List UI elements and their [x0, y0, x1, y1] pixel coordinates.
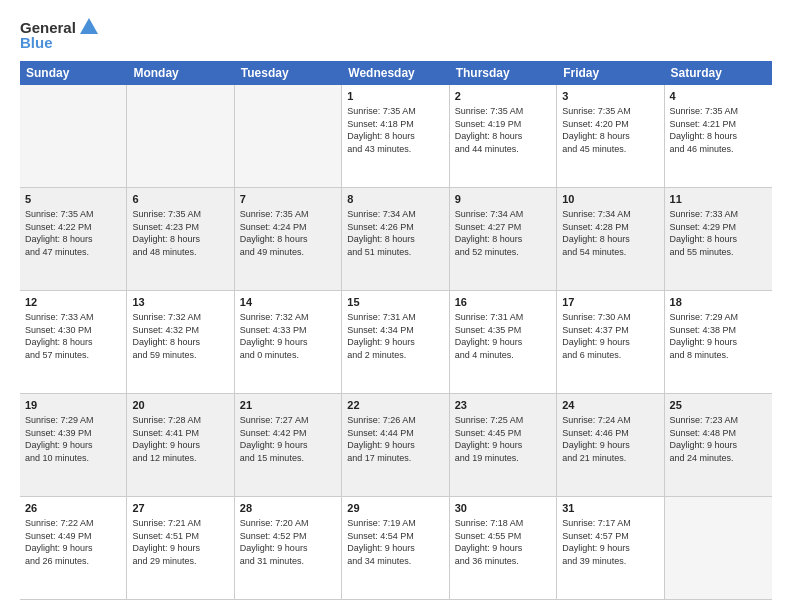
calendar-cell: 28Sunrise: 7:20 AM Sunset: 4:52 PM Dayli… — [235, 497, 342, 599]
day-number: 10 — [562, 192, 658, 207]
calendar-cell: 13Sunrise: 7:32 AM Sunset: 4:32 PM Dayli… — [127, 291, 234, 393]
calendar-week-row: 12Sunrise: 7:33 AM Sunset: 4:30 PM Dayli… — [20, 291, 772, 394]
day-info: Sunrise: 7:30 AM Sunset: 4:37 PM Dayligh… — [562, 312, 631, 360]
logo-icon — [78, 16, 100, 38]
calendar-cell: 7Sunrise: 7:35 AM Sunset: 4:24 PM Daylig… — [235, 188, 342, 290]
calendar-cell: 21Sunrise: 7:27 AM Sunset: 4:42 PM Dayli… — [235, 394, 342, 496]
weekday-header: Saturday — [665, 61, 772, 85]
day-number: 27 — [132, 501, 228, 516]
day-number: 12 — [25, 295, 121, 310]
calendar-cell: 24Sunrise: 7:24 AM Sunset: 4:46 PM Dayli… — [557, 394, 664, 496]
calendar-cell: 18Sunrise: 7:29 AM Sunset: 4:38 PM Dayli… — [665, 291, 772, 393]
day-number: 9 — [455, 192, 551, 207]
calendar-cell: 12Sunrise: 7:33 AM Sunset: 4:30 PM Dayli… — [20, 291, 127, 393]
day-info: Sunrise: 7:24 AM Sunset: 4:46 PM Dayligh… — [562, 415, 631, 463]
day-info: Sunrise: 7:33 AM Sunset: 4:30 PM Dayligh… — [25, 312, 94, 360]
day-info: Sunrise: 7:35 AM Sunset: 4:20 PM Dayligh… — [562, 106, 631, 154]
calendar-body: 1Sunrise: 7:35 AM Sunset: 4:18 PM Daylig… — [20, 85, 772, 600]
calendar: SundayMondayTuesdayWednesdayThursdayFrid… — [20, 61, 772, 600]
calendar-cell: 8Sunrise: 7:34 AM Sunset: 4:26 PM Daylig… — [342, 188, 449, 290]
day-number: 4 — [670, 89, 767, 104]
logo-blue: Blue — [20, 34, 53, 51]
weekday-header: Thursday — [450, 61, 557, 85]
day-info: Sunrise: 7:21 AM Sunset: 4:51 PM Dayligh… — [132, 518, 201, 566]
day-info: Sunrise: 7:26 AM Sunset: 4:44 PM Dayligh… — [347, 415, 416, 463]
weekday-header: Tuesday — [235, 61, 342, 85]
calendar-cell: 2Sunrise: 7:35 AM Sunset: 4:19 PM Daylig… — [450, 85, 557, 187]
calendar-cell: 6Sunrise: 7:35 AM Sunset: 4:23 PM Daylig… — [127, 188, 234, 290]
calendar-cell: 20Sunrise: 7:28 AM Sunset: 4:41 PM Dayli… — [127, 394, 234, 496]
day-number: 8 — [347, 192, 443, 207]
calendar-cell — [235, 85, 342, 187]
day-info: Sunrise: 7:35 AM Sunset: 4:19 PM Dayligh… — [455, 106, 524, 154]
calendar-week-row: 5Sunrise: 7:35 AM Sunset: 4:22 PM Daylig… — [20, 188, 772, 291]
weekday-header: Sunday — [20, 61, 127, 85]
day-info: Sunrise: 7:28 AM Sunset: 4:41 PM Dayligh… — [132, 415, 201, 463]
calendar-cell: 14Sunrise: 7:32 AM Sunset: 4:33 PM Dayli… — [235, 291, 342, 393]
day-number: 15 — [347, 295, 443, 310]
calendar-cell — [127, 85, 234, 187]
calendar-cell: 3Sunrise: 7:35 AM Sunset: 4:20 PM Daylig… — [557, 85, 664, 187]
day-info: Sunrise: 7:35 AM Sunset: 4:24 PM Dayligh… — [240, 209, 309, 257]
weekday-header: Friday — [557, 61, 664, 85]
day-info: Sunrise: 7:34 AM Sunset: 4:28 PM Dayligh… — [562, 209, 631, 257]
day-number: 6 — [132, 192, 228, 207]
calendar-cell: 5Sunrise: 7:35 AM Sunset: 4:22 PM Daylig… — [20, 188, 127, 290]
day-number: 30 — [455, 501, 551, 516]
day-number: 17 — [562, 295, 658, 310]
day-info: Sunrise: 7:33 AM Sunset: 4:29 PM Dayligh… — [670, 209, 739, 257]
calendar-cell: 10Sunrise: 7:34 AM Sunset: 4:28 PM Dayli… — [557, 188, 664, 290]
day-number: 16 — [455, 295, 551, 310]
day-number: 5 — [25, 192, 121, 207]
day-number: 11 — [670, 192, 767, 207]
day-number: 1 — [347, 89, 443, 104]
day-number: 31 — [562, 501, 658, 516]
day-info: Sunrise: 7:18 AM Sunset: 4:55 PM Dayligh… — [455, 518, 524, 566]
calendar-cell: 19Sunrise: 7:29 AM Sunset: 4:39 PM Dayli… — [20, 394, 127, 496]
page: General Blue SundayMondayTuesdayWednesda… — [0, 0, 792, 612]
day-number: 22 — [347, 398, 443, 413]
day-number: 20 — [132, 398, 228, 413]
header: General Blue — [20, 16, 772, 51]
day-info: Sunrise: 7:34 AM Sunset: 4:27 PM Dayligh… — [455, 209, 524, 257]
calendar-cell: 22Sunrise: 7:26 AM Sunset: 4:44 PM Dayli… — [342, 394, 449, 496]
calendar-cell: 27Sunrise: 7:21 AM Sunset: 4:51 PM Dayli… — [127, 497, 234, 599]
day-number: 24 — [562, 398, 658, 413]
day-info: Sunrise: 7:31 AM Sunset: 4:34 PM Dayligh… — [347, 312, 416, 360]
calendar-cell: 26Sunrise: 7:22 AM Sunset: 4:49 PM Dayli… — [20, 497, 127, 599]
day-number: 29 — [347, 501, 443, 516]
day-info: Sunrise: 7:17 AM Sunset: 4:57 PM Dayligh… — [562, 518, 631, 566]
day-info: Sunrise: 7:31 AM Sunset: 4:35 PM Dayligh… — [455, 312, 524, 360]
day-number: 18 — [670, 295, 767, 310]
day-number: 14 — [240, 295, 336, 310]
calendar-cell: 17Sunrise: 7:30 AM Sunset: 4:37 PM Dayli… — [557, 291, 664, 393]
day-info: Sunrise: 7:20 AM Sunset: 4:52 PM Dayligh… — [240, 518, 309, 566]
day-info: Sunrise: 7:27 AM Sunset: 4:42 PM Dayligh… — [240, 415, 309, 463]
day-info: Sunrise: 7:32 AM Sunset: 4:32 PM Dayligh… — [132, 312, 201, 360]
day-info: Sunrise: 7:29 AM Sunset: 4:38 PM Dayligh… — [670, 312, 739, 360]
day-number: 7 — [240, 192, 336, 207]
calendar-cell: 15Sunrise: 7:31 AM Sunset: 4:34 PM Dayli… — [342, 291, 449, 393]
calendar-cell: 29Sunrise: 7:19 AM Sunset: 4:54 PM Dayli… — [342, 497, 449, 599]
logo-general: General — [20, 19, 76, 36]
day-number: 19 — [25, 398, 121, 413]
calendar-cell: 4Sunrise: 7:35 AM Sunset: 4:21 PM Daylig… — [665, 85, 772, 187]
calendar-cell: 16Sunrise: 7:31 AM Sunset: 4:35 PM Dayli… — [450, 291, 557, 393]
calendar-cell: 1Sunrise: 7:35 AM Sunset: 4:18 PM Daylig… — [342, 85, 449, 187]
day-info: Sunrise: 7:35 AM Sunset: 4:22 PM Dayligh… — [25, 209, 94, 257]
day-number: 28 — [240, 501, 336, 516]
day-number: 21 — [240, 398, 336, 413]
day-number: 26 — [25, 501, 121, 516]
day-info: Sunrise: 7:22 AM Sunset: 4:49 PM Dayligh… — [25, 518, 94, 566]
calendar-cell: 11Sunrise: 7:33 AM Sunset: 4:29 PM Dayli… — [665, 188, 772, 290]
logo: General Blue — [20, 16, 100, 51]
calendar-week-row: 26Sunrise: 7:22 AM Sunset: 4:49 PM Dayli… — [20, 497, 772, 600]
calendar-week-row: 1Sunrise: 7:35 AM Sunset: 4:18 PM Daylig… — [20, 85, 772, 188]
calendar-cell: 31Sunrise: 7:17 AM Sunset: 4:57 PM Dayli… — [557, 497, 664, 599]
day-number: 23 — [455, 398, 551, 413]
weekday-header: Wednesday — [342, 61, 449, 85]
day-info: Sunrise: 7:23 AM Sunset: 4:48 PM Dayligh… — [670, 415, 739, 463]
day-info: Sunrise: 7:19 AM Sunset: 4:54 PM Dayligh… — [347, 518, 416, 566]
svg-marker-0 — [80, 18, 98, 34]
weekday-header: Monday — [127, 61, 234, 85]
